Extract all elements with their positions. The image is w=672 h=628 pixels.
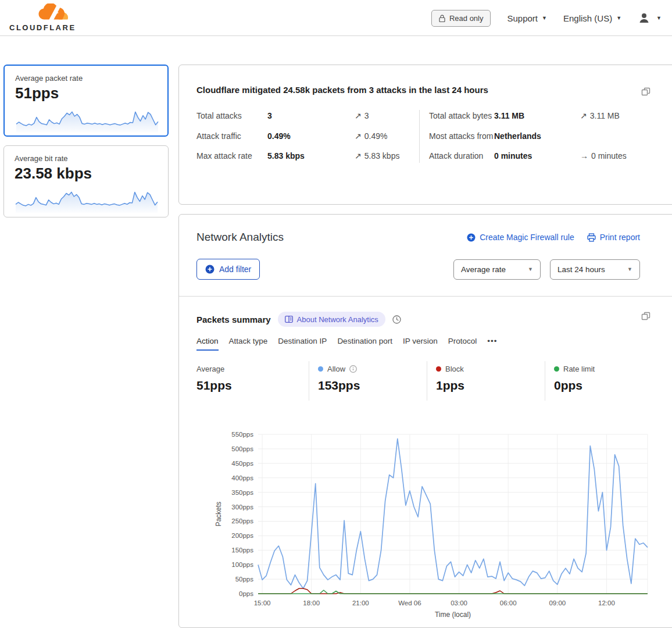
stat-label: Most attacks from <box>429 130 494 143</box>
tab-attack-type[interactable]: Attack type <box>229 337 268 351</box>
chevron-down-icon: ▼ <box>616 15 621 21</box>
add-filter-button[interactable]: Add filter <box>196 259 260 280</box>
allow-dot-icon <box>318 366 323 372</box>
stat-trend: ↗0.49% <box>355 130 419 143</box>
svg-text:350pps: 350pps <box>231 489 253 496</box>
svg-text:200pps: 200pps <box>231 532 253 539</box>
stat-trend: →0 minutes <box>580 150 667 163</box>
legend-stats-row: Average 51pps Allow 153pps Block 1pps <box>196 361 667 401</box>
copy-icon[interactable] <box>641 312 650 323</box>
cloudflare-wordmark: CLOUDFLARE <box>9 23 76 32</box>
svg-text:12:00: 12:00 <box>598 600 615 606</box>
stat-label: Attack duration <box>429 150 494 163</box>
about-network-analytics-badge[interactable]: About Network Analytics <box>278 312 385 327</box>
legend-rate-limit: Rate limit 0pps <box>545 361 663 401</box>
svg-text:400pps: 400pps <box>231 474 253 481</box>
tab-ip-version[interactable]: IP version <box>403 337 438 351</box>
metric-value: 51pps <box>15 84 157 102</box>
svg-text:100pps: 100pps <box>231 561 253 568</box>
stat-value: 0 minutes <box>494 150 580 163</box>
language-menu[interactable]: English (US) ▼ <box>563 13 621 23</box>
svg-text:0pps: 0pps <box>239 590 253 597</box>
svg-text:550pps: 550pps <box>231 431 253 438</box>
svg-text:50pps: 50pps <box>235 576 254 583</box>
sparkline-chart <box>15 105 157 136</box>
metric-label: Average packet rate <box>15 74 157 83</box>
legend-block: Block 1pps <box>427 361 545 401</box>
legend-value: 153pps <box>318 379 427 392</box>
svg-text:06:00: 06:00 <box>500 600 517 606</box>
stat-value: Netherlands <box>494 130 580 143</box>
create-magic-firewall-rule-link[interactable]: Create Magic Firewall rule <box>467 233 574 242</box>
tab-protocol[interactable]: Protocol <box>448 337 477 351</box>
tab-action[interactable]: Action <box>196 337 219 351</box>
svg-text:150pps: 150pps <box>231 547 253 554</box>
svg-text:09:00: 09:00 <box>549 600 566 606</box>
plus-circle-icon <box>467 233 476 242</box>
stat-label: Max attack rate <box>196 150 267 163</box>
stat-value: 5.83 kbps <box>267 150 355 163</box>
block-dot-icon <box>436 366 441 372</box>
summary-tabs: Action Attack type Destination IP Destin… <box>196 337 667 351</box>
svg-text:21:00: 21:00 <box>352 600 369 606</box>
tab-destination-ip[interactable]: Destination IP <box>278 337 327 351</box>
tab-destination-port[interactable]: Destination port <box>337 337 392 351</box>
stat-value: 0.49% <box>267 130 355 143</box>
lock-icon <box>439 15 445 22</box>
svg-text:250pps: 250pps <box>231 518 253 524</box>
summary-stats-right: Total attack bytes 3.11 MB ↗3.11 MB Most… <box>419 110 667 163</box>
stat-trend: ↗3.11 MB <box>580 110 667 123</box>
rate-type-select[interactable]: Average rate ▼ <box>453 259 541 280</box>
svg-text:15:00: 15:00 <box>254 600 271 606</box>
divider <box>179 296 672 297</box>
rate-limit-dot-icon <box>554 366 559 372</box>
top-header: CLOUDFLARE Read only Support ▼ English (… <box>0 0 672 36</box>
page-title: Network Analytics <box>196 231 284 244</box>
legend-value: 51pps <box>196 379 309 392</box>
packets-line-chart[interactable]: 0pps50pps100pps150pps200pps250pps300pps3… <box>213 426 667 623</box>
time-range-value: Last 24 hours <box>557 265 605 274</box>
svg-text:500pps: 500pps <box>231 445 253 452</box>
chevron-down-icon: ▼ <box>542 15 547 21</box>
print-report-link[interactable]: Print report <box>587 233 640 242</box>
svg-text:Packets: Packets <box>215 502 223 527</box>
sparkline-chart <box>15 185 158 216</box>
time-window-icon[interactable] <box>392 315 401 324</box>
trend-up-icon: ↗ <box>355 111 362 120</box>
legend-average: Average 51pps <box>196 361 309 401</box>
trend-flat-icon: → <box>580 151 588 160</box>
info-icon[interactable] <box>349 365 357 373</box>
read-only-label: Read only <box>449 14 484 23</box>
plus-circle-icon <box>205 265 215 274</box>
metric-card-average-packet-rate[interactable]: Average packet rate 51pps <box>3 65 169 137</box>
chevron-down-icon: ▼ <box>627 266 632 272</box>
book-icon <box>285 316 293 323</box>
legend-value: 0pps <box>554 379 663 392</box>
more-tabs-button[interactable]: ••• <box>487 337 497 351</box>
printer-icon <box>587 233 596 242</box>
read-only-badge: Read only <box>431 10 491 27</box>
stat-label: Total attack bytes <box>429 110 494 123</box>
svg-text:Wed 06: Wed 06 <box>398 600 421 606</box>
summary-stats-left: Total attacks 3 ↗3 Attack traffic 0.49% … <box>196 110 419 163</box>
stat-value: 3.11 MB <box>494 110 580 123</box>
stat-label: Attack traffic <box>196 130 267 143</box>
copy-icon[interactable] <box>641 87 650 99</box>
time-range-select[interactable]: Last 24 hours ▼ <box>550 259 640 280</box>
summary-title: Cloudflare mitigated 24.58k packets from… <box>196 85 615 95</box>
stat-label: Total attacks <box>196 110 267 123</box>
chevron-down-icon: ▼ <box>656 15 662 21</box>
svg-text:Time (local): Time (local) <box>435 611 471 619</box>
support-menu[interactable]: Support ▼ <box>507 13 546 23</box>
metric-value: 23.58 kbps <box>15 165 158 183</box>
legend-value: 1pps <box>436 379 545 392</box>
metric-card-average-bit-rate[interactable]: Average bit rate 23.58 kbps <box>3 145 169 217</box>
svg-text:450pps: 450pps <box>231 460 253 467</box>
account-menu[interactable]: ▼ <box>638 12 662 24</box>
user-icon <box>638 12 650 24</box>
metric-label: Average bit rate <box>15 154 158 163</box>
cloudflare-logo[interactable]: CLOUDFLARE <box>9 2 85 34</box>
attack-summary-card: Cloudflare mitigated 24.58k packets from… <box>178 65 672 205</box>
support-label: Support <box>507 13 538 23</box>
network-analytics-panel: Network Analytics Create Magic Firewall … <box>178 214 672 628</box>
